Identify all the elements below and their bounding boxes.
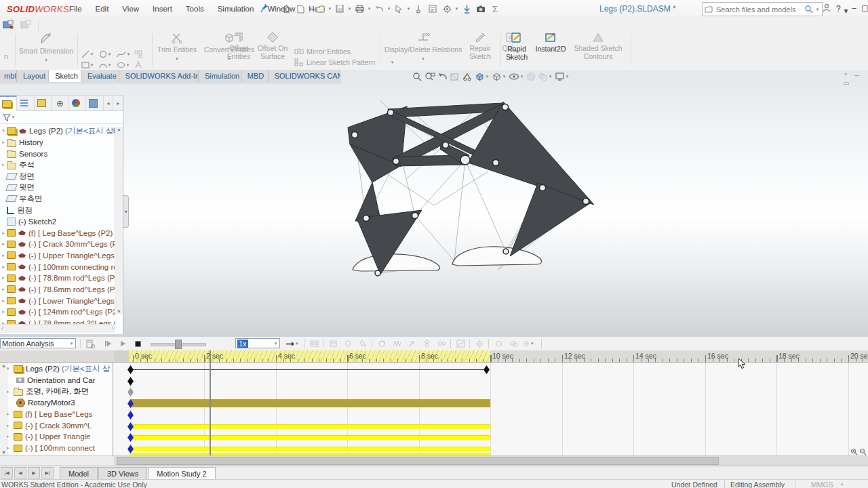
options-gear-icon[interactable] xyxy=(440,2,454,16)
tab-assembly[interactable]: mbly xyxy=(0,70,17,82)
arc-tool-icon[interactable]: ▾ xyxy=(99,60,115,70)
undo-dropdown-caret[interactable]: ▾ xyxy=(387,6,391,12)
tree-item-786mm-rod[interactable]: ▸(-) [ 78.6mm rod^Legs (P2 xyxy=(0,284,115,296)
edit-component-icon[interactable] xyxy=(3,20,14,29)
playback-slider-thumb[interactable] xyxy=(175,340,182,349)
units-status[interactable]: MMGS xyxy=(811,481,833,488)
smart-dimension-button[interactable]: Smart Dimension ▾ xyxy=(18,32,75,64)
timeline-row-rotary-motor[interactable] xyxy=(114,399,868,408)
tab-mbd[interactable]: MBD xyxy=(241,70,269,82)
scroll-down-arrow[interactable]: ▼ xyxy=(117,309,121,314)
damper-icon[interactable] xyxy=(420,338,433,349)
timeline-zoom-out-icon[interactable] xyxy=(859,448,867,455)
add-key-icon[interactable] xyxy=(357,338,369,349)
tree-item-top-plane[interactable]: 윗면 xyxy=(0,182,115,193)
isolate-components-icon[interactable]: ▾ xyxy=(522,338,534,349)
scroll-up-arrow[interactable]: ▲ xyxy=(117,127,121,131)
spline-tool-icon[interactable]: ▾ xyxy=(117,49,133,59)
collapse-components-icon[interactable] xyxy=(492,338,505,349)
tab-scroll-next[interactable]: ▶ xyxy=(28,467,40,479)
display-delete-relations-caret[interactable]: ▾ xyxy=(421,55,426,63)
view-settings-caret[interactable]: ▾ xyxy=(565,74,570,79)
tree-item-annotations[interactable]: ▸주석 xyxy=(0,159,115,171)
apply-scene-icon[interactable]: ▾ xyxy=(538,72,553,81)
menu-edit[interactable]: Edit xyxy=(89,5,116,13)
search-magnifier-icon[interactable] xyxy=(804,5,813,14)
calculate-icon[interactable] xyxy=(84,338,96,349)
study-type-dropdown[interactable]: Motion Analysis▾ xyxy=(0,338,76,348)
menu-view[interactable]: View xyxy=(115,5,146,13)
help-dropdown-caret[interactable]: ▾ xyxy=(844,6,848,16)
dimxpert-tab[interactable]: ⊕ xyxy=(52,96,68,110)
search-dropdown-caret[interactable]: ▾ xyxy=(815,7,820,12)
motion-study-properties-icon[interactable] xyxy=(473,338,486,349)
menu-tools[interactable]: Tools xyxy=(179,5,211,13)
timeline-scrollbar[interactable] xyxy=(0,455,868,466)
timeline-row-lights[interactable] xyxy=(114,387,868,396)
edit-appearance-icon[interactable] xyxy=(526,72,536,81)
tree-horizontal-scrollbar[interactable]: ‹› xyxy=(0,324,115,333)
save-dropdown-caret[interactable]: ▾ xyxy=(347,6,352,12)
print-dropdown-caret[interactable]: ▾ xyxy=(367,6,372,12)
tab-3d-views[interactable]: 3D Views xyxy=(98,467,147,480)
play-from-start-icon[interactable] xyxy=(102,338,114,349)
circle-tool-icon[interactable]: ▾ xyxy=(99,49,115,59)
save-icon[interactable] xyxy=(333,2,347,16)
start-key[interactable] xyxy=(127,365,134,374)
contact-icon[interactable] xyxy=(435,338,448,349)
upper-triangle-change-bar[interactable] xyxy=(130,435,490,440)
snapshot-camera-icon[interactable] xyxy=(474,2,488,16)
display-delete-relations-button[interactable]: Display/Delete Relations▾ xyxy=(384,32,462,63)
tab-motion-study-2[interactable]: Motion Study 2 xyxy=(148,467,215,480)
root-expand-arrow[interactable]: ▾ xyxy=(0,128,7,134)
view-settings-icon[interactable]: ▾ xyxy=(555,72,570,81)
no-external-ref-icon[interactable] xyxy=(20,20,31,29)
motion-row-upper-triangle[interactable]: ▸(-) [ Upper Triangle xyxy=(7,431,113,443)
tree-item-sketch2[interactable]: (-) Sketch2 xyxy=(0,216,115,228)
configuration-manager-tab[interactable] xyxy=(35,96,52,110)
tab-scroll-first[interactable]: |◀ xyxy=(1,467,13,479)
play-icon[interactable] xyxy=(117,338,129,349)
options-dropdown-caret[interactable]: ▾ xyxy=(454,6,459,12)
graphics-viewport[interactable] xyxy=(0,70,868,337)
search-box[interactable]: ▾ xyxy=(702,2,823,16)
mate-icon[interactable] xyxy=(412,2,425,16)
offset-on-surface-button[interactable]: Offset On Surface xyxy=(255,32,290,60)
animation-wizard-icon[interactable] xyxy=(327,338,339,349)
scroll-right-arrow[interactable]: › xyxy=(112,325,114,331)
zoom-to-fit-icon[interactable] xyxy=(412,72,422,82)
tree-item-crack-30mm[interactable]: ▸(-) [ Crack 30mm^Legs (P xyxy=(0,239,115,250)
view-orientation-caret[interactable]: ▾ xyxy=(485,74,490,79)
trim-entities-caret[interactable]: ▾ xyxy=(175,55,180,63)
tab-layout[interactable]: Layout xyxy=(17,70,49,82)
menu-insert[interactable]: Insert xyxy=(146,5,179,13)
motion-row-orientation[interactable]: Orientation and Car xyxy=(7,375,113,386)
new-document-icon[interactable] xyxy=(294,2,307,16)
previous-view-icon[interactable] xyxy=(437,73,448,81)
timeline-scrollbar-thumb[interactable] xyxy=(117,457,719,465)
window-minimize-icon[interactable]: – xyxy=(852,3,856,13)
isolate-caret[interactable]: ▾ xyxy=(530,341,534,346)
timeline-zoom-in-icon[interactable] xyxy=(850,448,858,455)
tab-solidworks-cam[interactable]: SOLIDWORKS CAM xyxy=(269,70,340,82)
open-icon[interactable] xyxy=(313,2,327,16)
home-icon[interactable] xyxy=(279,2,293,16)
end-key[interactable] xyxy=(484,365,490,374)
tree-item-upper-triangle[interactable]: ▸(-) [ Upper Triangle^Legs xyxy=(0,250,115,262)
timeline-grid[interactable] xyxy=(114,363,868,455)
display-manager-tab[interactable] xyxy=(69,96,86,110)
rod-100mm-change-bar[interactable] xyxy=(130,447,490,451)
orientation-key[interactable] xyxy=(127,377,134,386)
property-manager-tab[interactable] xyxy=(17,96,34,110)
print-icon[interactable] xyxy=(353,2,366,16)
display-style-caret[interactable]: ▾ xyxy=(502,74,507,79)
units-caret[interactable]: ▴ xyxy=(841,481,844,487)
display-style-icon[interactable]: ▾ xyxy=(492,72,507,82)
tree-item-124mm-rod[interactable]: ▸(-) [ 124mm rod^Legs (P2 xyxy=(0,306,115,318)
motion-row-crack-30mm[interactable]: ▸(-) [ Crack 30mm^L xyxy=(7,420,113,431)
tree-item-100mm-rod[interactable]: ▸(-) [ 100mm connecting ro xyxy=(0,261,115,272)
new-dropdown-caret[interactable]: ▾ xyxy=(308,6,313,12)
tree-vertical-scrollbar[interactable]: ▲▼ xyxy=(115,127,123,314)
line-tool-icon[interactable]: ▾ xyxy=(81,49,98,59)
motion-root-row[interactable]: ▾Legs (P2) (기본<표시 상 xyxy=(7,363,113,375)
